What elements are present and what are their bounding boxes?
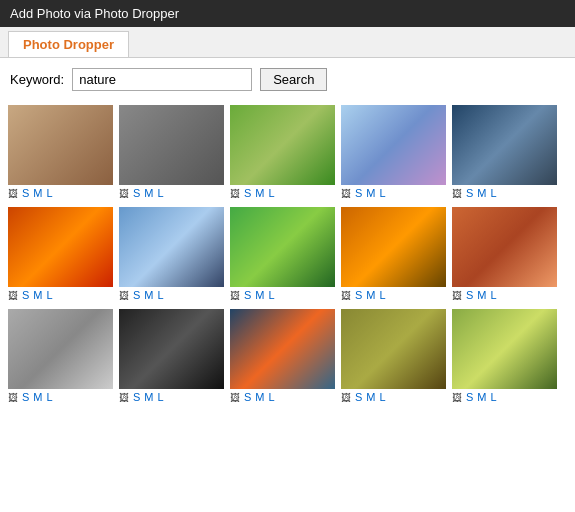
size-s-link-7[interactable]: S [133, 289, 140, 301]
photo-thumb-1[interactable] [8, 105, 113, 185]
image-icon: 🖼 [341, 188, 351, 199]
size-s-link-9[interactable]: S [355, 289, 362, 301]
photo-item-5: 🖼S M L [452, 105, 557, 199]
photo-thumb-9[interactable] [341, 207, 446, 287]
size-m-link-3[interactable]: M [255, 187, 264, 199]
size-m-link-10[interactable]: M [477, 289, 486, 301]
photo-thumb-10[interactable] [452, 207, 557, 287]
photo-controls-2: 🖼S M L [119, 187, 164, 199]
size-s-link-2[interactable]: S [133, 187, 140, 199]
photo-controls-10: 🖼S M L [452, 289, 497, 301]
size-l-link-11[interactable]: L [47, 391, 53, 403]
size-m-link-2[interactable]: M [144, 187, 153, 199]
size-s-link-14[interactable]: S [355, 391, 362, 403]
size-l-link-10[interactable]: L [491, 289, 497, 301]
gallery-row-3: 🖼S M L🖼S M L🖼S M L🖼S M L🖼S M L [8, 309, 567, 403]
photo-item-8: 🖼S M L [230, 207, 335, 301]
size-s-link-4[interactable]: S [355, 187, 362, 199]
size-l-link-7[interactable]: L [158, 289, 164, 301]
photo-thumb-3[interactable] [230, 105, 335, 185]
photo-thumb-4[interactable] [341, 105, 446, 185]
size-s-link-11[interactable]: S [22, 391, 29, 403]
photo-thumb-14[interactable] [341, 309, 446, 389]
size-l-link-5[interactable]: L [491, 187, 497, 199]
photo-controls-15: 🖼S M L [452, 391, 497, 403]
size-l-link-6[interactable]: L [47, 289, 53, 301]
image-icon: 🖼 [230, 188, 240, 199]
size-m-link-7[interactable]: M [144, 289, 153, 301]
size-l-link-2[interactable]: L [158, 187, 164, 199]
photo-controls-1: 🖼S M L [8, 187, 53, 199]
size-l-link-9[interactable]: L [380, 289, 386, 301]
image-icon: 🖼 [119, 290, 129, 301]
image-icon: 🖼 [119, 392, 129, 403]
image-icon: 🖼 [230, 290, 240, 301]
photo-item-4: 🖼S M L [341, 105, 446, 199]
size-l-link-15[interactable]: L [491, 391, 497, 403]
size-s-link-13[interactable]: S [244, 391, 251, 403]
photo-controls-5: 🖼S M L [452, 187, 497, 199]
size-l-link-14[interactable]: L [380, 391, 386, 403]
photo-thumb-5[interactable] [452, 105, 557, 185]
image-icon: 🖼 [119, 188, 129, 199]
photo-controls-12: 🖼S M L [119, 391, 164, 403]
image-icon: 🖼 [341, 290, 351, 301]
image-icon: 🖼 [452, 188, 462, 199]
photo-controls-4: 🖼S M L [341, 187, 386, 199]
size-l-link-12[interactable]: L [158, 391, 164, 403]
size-m-link-15[interactable]: M [477, 391, 486, 403]
size-m-link-9[interactable]: M [366, 289, 375, 301]
size-l-link-3[interactable]: L [269, 187, 275, 199]
size-s-link-3[interactable]: S [244, 187, 251, 199]
size-s-link-5[interactable]: S [466, 187, 473, 199]
photo-controls-13: 🖼S M L [230, 391, 275, 403]
photo-thumb-11[interactable] [8, 309, 113, 389]
photo-item-13: 🖼S M L [230, 309, 335, 403]
size-l-link-1[interactable]: L [47, 187, 53, 199]
size-m-link-12[interactable]: M [144, 391, 153, 403]
size-m-link-5[interactable]: M [477, 187, 486, 199]
photo-item-14: 🖼S M L [341, 309, 446, 403]
image-icon: 🖼 [341, 392, 351, 403]
photo-dropper-tab[interactable]: Photo Dropper [8, 31, 129, 57]
size-l-link-13[interactable]: L [269, 391, 275, 403]
size-l-link-8[interactable]: L [269, 289, 275, 301]
photo-thumb-12[interactable] [119, 309, 224, 389]
photo-controls-11: 🖼S M L [8, 391, 53, 403]
image-icon: 🖼 [8, 290, 18, 301]
photo-controls-9: 🖼S M L [341, 289, 386, 301]
gallery: 🖼S M L🖼S M L🖼S M L🖼S M L🖼S M L🖼S M L🖼S M… [0, 101, 575, 415]
gallery-row-1: 🖼S M L🖼S M L🖼S M L🖼S M L🖼S M L [8, 105, 567, 199]
gallery-row-2: 🖼S M L🖼S M L🖼S M L🖼S M L🖼S M L [8, 207, 567, 301]
photo-thumb-15[interactable] [452, 309, 557, 389]
image-icon: 🖼 [452, 290, 462, 301]
photo-thumb-13[interactable] [230, 309, 335, 389]
size-s-link-1[interactable]: S [22, 187, 29, 199]
photo-item-7: 🖼S M L [119, 207, 224, 301]
keyword-input[interactable] [72, 68, 252, 91]
size-s-link-15[interactable]: S [466, 391, 473, 403]
size-s-link-12[interactable]: S [133, 391, 140, 403]
photo-item-11: 🖼S M L [8, 309, 113, 403]
size-m-link-13[interactable]: M [255, 391, 264, 403]
photo-thumb-6[interactable] [8, 207, 113, 287]
tab-bar: Photo Dropper [0, 27, 575, 58]
photo-thumb-2[interactable] [119, 105, 224, 185]
photo-thumb-8[interactable] [230, 207, 335, 287]
size-m-link-1[interactable]: M [33, 187, 42, 199]
size-m-link-8[interactable]: M [255, 289, 264, 301]
image-icon: 🖼 [452, 392, 462, 403]
photo-item-1: 🖼S M L [8, 105, 113, 199]
size-s-link-8[interactable]: S [244, 289, 251, 301]
size-m-link-11[interactable]: M [33, 391, 42, 403]
size-s-link-10[interactable]: S [466, 289, 473, 301]
photo-controls-8: 🖼S M L [230, 289, 275, 301]
size-m-link-6[interactable]: M [33, 289, 42, 301]
photo-controls-14: 🖼S M L [341, 391, 386, 403]
size-s-link-6[interactable]: S [22, 289, 29, 301]
size-l-link-4[interactable]: L [380, 187, 386, 199]
photo-thumb-7[interactable] [119, 207, 224, 287]
search-button[interactable]: Search [260, 68, 327, 91]
size-m-link-14[interactable]: M [366, 391, 375, 403]
size-m-link-4[interactable]: M [366, 187, 375, 199]
